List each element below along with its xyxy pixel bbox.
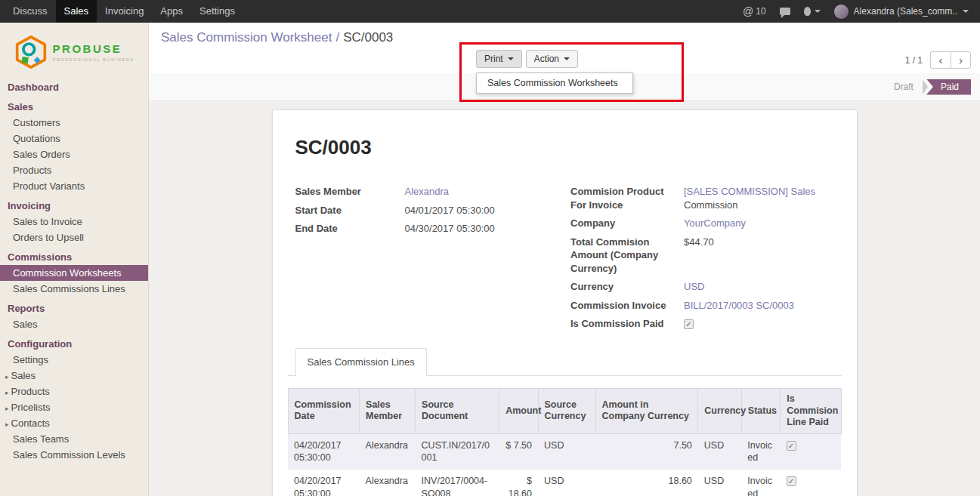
toolbar-buttons: Print Action [476, 50, 578, 68]
total-commission-amount-value: $44.70 [684, 236, 714, 276]
cell-source: INV/2017/0004-SO008 [416, 470, 499, 496]
statusbar-stage-paid[interactable]: Paid [926, 79, 971, 95]
sidebar-section-invoicing: Invoicing [0, 198, 148, 214]
chat-bubble-icon [780, 8, 790, 15]
commission-invoice-value[interactable]: BILL/2017/0003 SC/0003 [684, 299, 794, 313]
probuse-logo: PROBUSE PROFESSIONAL BUSINESS [0, 23, 148, 79]
sidebar-item-label: Pricelists [11, 402, 51, 413]
pager-next-button[interactable]: › [951, 51, 971, 69]
print-button[interactable]: Print [476, 50, 522, 68]
statusbar-arrow-icon [923, 79, 928, 94]
tab-sales-commission-lines[interactable]: Sales Commission Lines [295, 348, 427, 376]
cell-amount: $ 7.50 [499, 433, 538, 470]
sidebar-item-quotations[interactable]: Quotations [0, 131, 148, 146]
sidebar-item-sales-commission-levels[interactable]: Sales Commission Levels [0, 447, 148, 463]
sidebar-item-sales-teams[interactable]: Sales Teams [0, 431, 148, 447]
mentions-button[interactable]: @ 10 [736, 0, 773, 23]
sidebar-item-products[interactable]: Products [0, 162, 148, 178]
user-avatar [834, 5, 849, 19]
record-title: SC/0003 [288, 136, 842, 159]
sidebar-item-product-variants[interactable]: Product Variants [0, 178, 148, 194]
topnav-apps[interactable]: Apps [152, 0, 191, 23]
sidebar-item-config-sales[interactable]: ▸Sales [0, 368, 148, 384]
sidebar-item-dashboard[interactable]: Dashboard [0, 79, 148, 95]
pager-value: 1 / 1 [905, 55, 923, 66]
commission-product-label: Commision Product For Invoice [570, 185, 684, 211]
col-source-currency: Source Currency [538, 388, 595, 433]
topnav-invoicing[interactable]: Invoicing [97, 0, 152, 23]
sidebar-item-sales-to-invoice[interactable]: Sales to Invoice [0, 214, 148, 230]
expand-arrow-icon: ▸ [5, 389, 9, 396]
sidebar-item-customers[interactable]: Customers [0, 115, 148, 131]
user-name: Alexandra (Sales_comm.. [854, 6, 957, 17]
sidebar-item-sales-commissions-lines[interactable]: Sales Commissions Lines [0, 281, 148, 297]
expand-arrow-icon: ▸ [5, 421, 9, 428]
topnav-discuss[interactable]: Discuss [5, 0, 56, 23]
messages-button[interactable] [773, 0, 797, 23]
cell-paid: ✓ [781, 470, 841, 496]
sidebar-item-config-contacts[interactable]: ▸Contacts [0, 415, 148, 431]
breadcrumb-parent-link[interactable]: Sales Commission Worksheet [161, 30, 332, 45]
topnav-sales[interactable]: Sales [56, 0, 97, 23]
sidebar-item-settings[interactable]: Settings [0, 352, 148, 368]
col-amount-company-currency: Amount in Company Currency [595, 388, 698, 433]
sales-member-value[interactable]: Alexandra [405, 185, 450, 199]
print-dropdown-item-sales-commission-worksheets[interactable]: Sales Commission Worksheets [477, 73, 632, 93]
content-area: SC/0003 Sales Member Alexandra Start Dat… [149, 101, 980, 496]
cell-status: Invoiced [741, 470, 780, 496]
sidebar-item-commission-worksheets[interactable]: Commission Worksheets [0, 265, 148, 281]
chevron-down-icon [564, 57, 570, 60]
breadcrumb-current: SC/0003 [343, 30, 393, 45]
mention-count: 10 [756, 6, 765, 17]
action-button[interactable]: Action [526, 50, 578, 68]
end-date-value: 04/30/2017 05:30:00 [405, 222, 495, 236]
field-column-left: Sales Member Alexandra Start Date 04/01/… [295, 185, 565, 336]
bug-icon [804, 7, 811, 16]
currency-value[interactable]: USD [684, 280, 704, 294]
sidebar-item-sales-orders[interactable]: Sales Orders [0, 146, 148, 162]
commission-product-value-link[interactable]: [SALES COMMISSION] Sales [684, 186, 815, 197]
mention-icon: @ [743, 5, 753, 17]
control-panel: Sales Commission Worksheet/SC/0003 Print… [149, 23, 980, 73]
probuse-logo-icon [14, 34, 48, 70]
print-button-label: Print [484, 54, 503, 64]
cell-source-currency: USD [538, 433, 595, 470]
cell-amount-company: 18.60 [595, 470, 698, 496]
brand-subtitle: PROFESSIONAL BUSINESS [53, 57, 134, 62]
pager-previous-button[interactable]: ‹ [930, 51, 951, 69]
total-commission-amount-label: Total Commision Amount (Company Currency… [570, 236, 684, 276]
sidebar-item-orders-to-upsell[interactable]: Orders to Upsell [0, 230, 148, 245]
sidebar-section-configuration: Configuration [0, 336, 148, 352]
statusbar-stage-draft[interactable]: Draft [885, 82, 923, 92]
sidebar-item-label: Contacts [11, 417, 50, 429]
user-menu-button[interactable]: Alexandra (Sales_comm.. [827, 0, 975, 23]
col-source-document: Source Document [416, 388, 499, 433]
sidebar-item-label: Products [11, 386, 50, 397]
commission-lines-table: Commission Date Sales Member Source Docu… [288, 388, 842, 496]
action-button-label: Action [534, 54, 559, 64]
sidebar-item-config-pricelists[interactable]: ▸Pricelists [0, 399, 148, 415]
brand-title: PROBUSE [53, 42, 134, 55]
notebook: Sales Commission Lines Commission Date S… [288, 348, 842, 496]
field-groups: Sales Member Alexandra Start Date 04/01/… [288, 185, 842, 336]
debug-menu-button[interactable] [797, 0, 827, 23]
top-navigation-bar: Discuss Sales Invoicing Apps Settings @ … [0, 0, 980, 23]
sidebar-section-reports: Reports [0, 300, 148, 316]
chevron-left-icon: ‹ [939, 54, 943, 66]
sidebar-item-reports-sales[interactable]: Sales [0, 316, 148, 332]
sidebar-item-config-products[interactable]: ▸Products [0, 384, 148, 399]
commission-invoice-label: Commission Invoice [570, 299, 684, 313]
chevron-right-icon: › [959, 54, 963, 66]
company-value[interactable]: YourCompany [684, 217, 746, 230]
table-row[interactable]: 04/20/2017 05:30:00 Alexandra INV/2017/0… [288, 470, 841, 496]
cell-member: Alexandra [360, 433, 416, 470]
cell-paid: ✓ [781, 433, 841, 470]
table-row[interactable]: 04/20/2017 05:30:00 Alexandra CUST.IN/20… [288, 433, 841, 470]
is-commission-paid-checkbox: ✓ [684, 319, 694, 329]
field-column-right: Commision Product For Invoice [SALES COM… [564, 185, 834, 336]
table-header-row: Commission Date Sales Member Source Docu… [288, 388, 841, 433]
topnav-settings[interactable]: Settings [191, 0, 243, 23]
record-pager: 1 / 1 ‹ › [905, 51, 971, 69]
expand-arrow-icon: ▸ [5, 373, 9, 380]
start-date-label: Start Date [295, 204, 405, 217]
